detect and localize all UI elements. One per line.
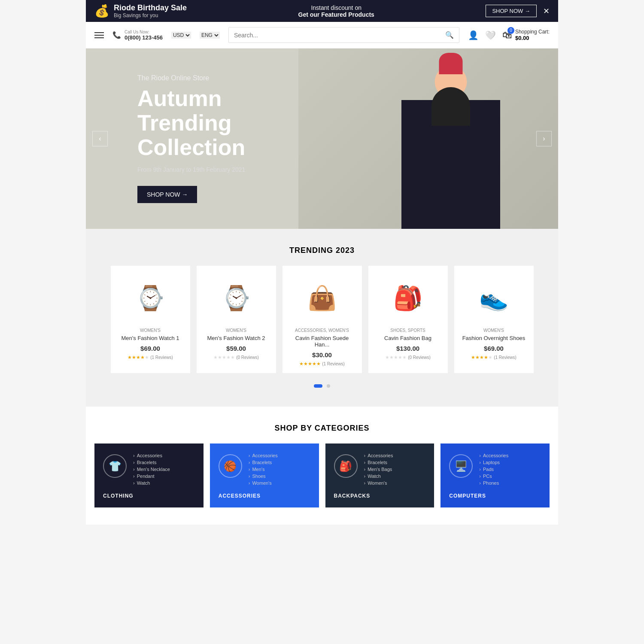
category-subitem[interactable]: Bracelets [364,459,393,466]
product-card[interactable]: 👟 WOMEN'S Fashion Overnight Shoes $69.00… [454,266,534,373]
star-empty: ★ [213,355,218,360]
star-full: ★ [308,361,312,366]
banner-brand: 💰 Riode Birthday Sale Big Savings for yo… [94,3,187,18]
category-subitem[interactable]: Women's [249,480,278,486]
person-figure [395,66,507,229]
category-subitem[interactable]: Accessories [364,452,393,459]
category-subitem[interactable]: PCs [479,473,508,480]
phone-icon: 📞 [112,31,121,39]
product-reviews: (1 Reviews) [494,355,516,360]
category-card[interactable]: 👕 AccessoriesBraceletsMen's NecklacePend… [94,444,204,507]
category-subitem[interactable]: Accessories [249,452,278,459]
star-full: ★ [132,355,136,360]
category-subitem[interactable]: Pendant [133,473,170,480]
star-full: ★ [471,355,475,360]
product-image: ⌚ [120,272,180,324]
dot-1[interactable] [314,384,322,388]
category-subitem[interactable]: Women's [364,480,393,486]
language-selector[interactable]: ENGFR [200,32,220,39]
category-layout: 🎒 AccessoriesBraceletsMen's BagsWatchWom… [334,452,426,486]
product-card[interactable]: ⌚ WOMEN'S Men's Fashion Watch 1 $69.00 ★… [111,266,190,373]
category-card[interactable]: 🖥️ AccessoriesLaptopsPadsPCsPhones COMPU… [440,444,550,507]
star-half: ★ [316,361,321,366]
category-subitem[interactable]: Watch [364,473,393,480]
category-layout: 🏀 AccessoriesBraceletsMen'sShoesWomen's [219,452,310,486]
category-card[interactable]: 🎒 AccessoriesBraceletsMen's BagsWatchWom… [325,444,434,507]
product-card[interactable]: ⌚ WOMEN'S Men's Fashion Watch 2 $59.00 ★… [197,266,276,373]
product-name[interactable]: Cavin Fashion Suede Han... [289,335,355,348]
category-name: ACCESSORIES [219,493,310,499]
trending-title: TRENDING 2023 [94,246,550,255]
product-reviews: (0 Reviews) [408,355,431,360]
hero-date: From 9th January to 19th February 2021 [137,166,318,173]
star-half: ★ [140,355,145,360]
products-grid: ⌚ WOMEN'S Men's Fashion Watch 1 $69.00 ★… [94,266,550,373]
slider-prev-button[interactable]: ‹ [92,131,108,146]
product-image: 👟 [464,272,524,324]
product-rating: ★★★★★ (1 Reviews) [289,361,355,367]
slider-next-button[interactable]: › [536,131,552,146]
category-subitem[interactable]: Bracelets [249,459,278,466]
cart-badge: 0 [507,27,514,34]
hero-shop-now-button[interactable]: SHOP NOW → [137,186,197,203]
category-subitem[interactable]: Watch [133,480,170,486]
product-card[interactable]: 👜 ACCESSORIES, WOMEN'S Cavin Fashion Sue… [283,266,362,373]
product-price: $69.00 [117,345,184,352]
search-icon[interactable]: 🔍 [445,31,454,39]
product-name[interactable]: Men's Fashion Watch 1 [117,335,184,341]
category-subitem[interactable]: Shoes [249,473,278,480]
category-card[interactable]: 🏀 AccessoriesBraceletsMen'sShoesWomen's … [210,444,319,507]
search-bar: 🔍 [228,27,459,43]
category-items: AccessoriesBraceletsMen's NecklacePendan… [133,452,170,486]
category-subitem[interactable]: Pads [479,466,508,473]
hero-content: The Riode Online Store Autumn Trending C… [137,74,318,204]
banner-shop-now-button[interactable]: SHOP NOW → [486,5,537,17]
top-banner: 💰 Riode Birthday Sale Big Savings for yo… [86,0,558,22]
category-layout: 👕 AccessoriesBraceletsMen's NecklacePend… [103,452,195,486]
currency-selector[interactable]: USDEUR [171,32,191,39]
banner-promo-title: Instant discount on [298,4,374,11]
category-subitem[interactable]: Laptops [479,459,508,466]
category-subitem[interactable]: Accessories [479,452,508,459]
hamburger-menu-button[interactable] [94,32,104,38]
category-subitem[interactable]: Men's Bags [364,466,393,473]
product-name[interactable]: Men's Fashion Watch 2 [203,335,270,341]
site-header: 📞 Call Us Now: 0(800) 123-456 USDEUR ENG… [86,22,558,49]
product-price: $59.00 [203,345,270,352]
product-category: ACCESSORIES, WOMEN'S [289,328,355,333]
banner-actions: SHOP NOW → ✕ [486,5,550,17]
search-input[interactable] [234,32,442,39]
product-rating: ★★★★★ (0 Reviews) [375,355,441,360]
star-empty: ★ [145,355,149,360]
category-items: AccessoriesBraceletsMen'sShoesWomen's [249,452,278,486]
wishlist-icon[interactable]: 🤍 [485,30,496,40]
categories-grid: 👕 AccessoriesBraceletsMen's NecklacePend… [94,444,550,507]
star-full: ★ [128,355,132,360]
banner-promo: Instant discount on Get our Featured Pro… [298,4,374,18]
category-subitem[interactable]: Bracelets [133,459,170,466]
star-empty: ★ [226,355,231,360]
hero-image [298,49,558,229]
product-image: 🎒 [378,272,438,324]
category-name: BACKPACKS [334,493,426,499]
category-icon: 🎒 [334,454,358,478]
banner-close-button[interactable]: ✕ [543,6,550,16]
star-full: ★ [312,361,316,366]
cart-section[interactable]: 🛍 0 Shopping Cart: $0.00 [502,29,550,41]
category-subitem[interactable]: Men's [249,466,278,473]
dot-2[interactable] [327,384,330,388]
category-subitem[interactable]: Men's Necklace [133,466,170,473]
product-price: $130.00 [375,345,441,352]
category-icon: 👕 [103,454,127,478]
product-rating: ★★★★★ (1 Reviews) [461,355,527,360]
category-subitem[interactable]: Phones [479,480,508,486]
product-name[interactable]: Fashion Overnight Shoes [461,335,527,341]
product-rating: ★★★★★ (1 Reviews) [117,355,184,360]
category-subitem[interactable]: Accessories [133,452,170,459]
category-name: CLOTHING [103,493,195,499]
product-card[interactable]: 🎒 SHOES, SPORTS Cavin Fashion Bag $130.0… [368,266,448,373]
product-name[interactable]: Cavin Fashion Bag [375,335,441,341]
account-icon[interactable]: 👤 [468,30,479,40]
star-empty: ★ [389,355,394,360]
category-items: AccessoriesLaptopsPadsPCsPhones [479,452,508,486]
